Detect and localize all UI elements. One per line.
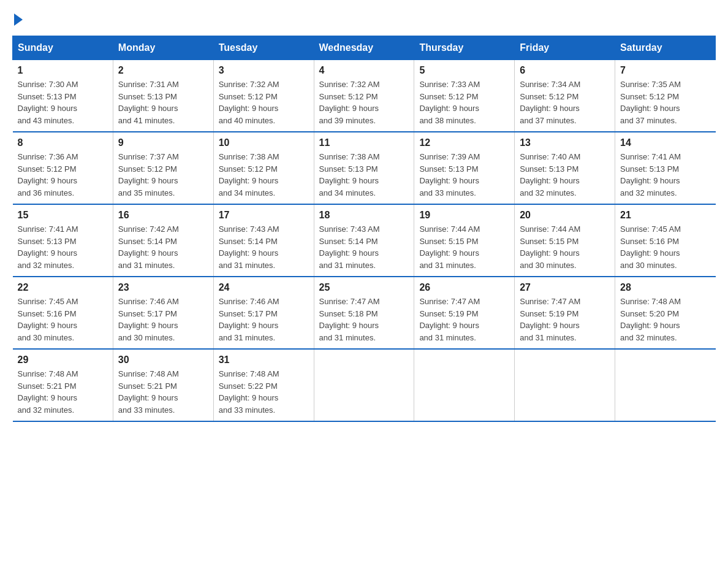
calendar-cell: 31 Sunrise: 7:48 AM Sunset: 5:22 PM Dayl…	[213, 349, 314, 421]
days-header-row: SundayMondayTuesdayWednesdayThursdayFrid…	[13, 36, 716, 60]
day-info: Sunrise: 7:35 AM Sunset: 5:12 PM Dayligh…	[620, 79, 710, 126]
day-header-friday: Friday	[515, 36, 615, 60]
day-number: 28	[620, 282, 710, 293]
week-row-3: 15 Sunrise: 7:41 AM Sunset: 5:13 PM Dayl…	[13, 204, 716, 277]
day-info: Sunrise: 7:48 AM Sunset: 5:21 PM Dayligh…	[118, 368, 208, 416]
calendar-cell: 6 Sunrise: 7:34 AM Sunset: 5:12 PM Dayli…	[515, 60, 615, 132]
day-info: Sunrise: 7:30 AM Sunset: 5:13 PM Dayligh…	[18, 79, 108, 126]
calendar-cell	[314, 349, 414, 421]
day-info: Sunrise: 7:37 AM Sunset: 5:12 PM Dayligh…	[118, 151, 208, 199]
day-number: 26	[419, 282, 509, 293]
day-info: Sunrise: 7:41 AM Sunset: 5:13 PM Dayligh…	[18, 223, 108, 271]
day-info: Sunrise: 7:45 AM Sunset: 5:16 PM Dayligh…	[18, 296, 108, 343]
day-number: 25	[319, 282, 409, 293]
calendar-cell: 30 Sunrise: 7:48 AM Sunset: 5:21 PM Dayl…	[113, 349, 213, 421]
day-number: 3	[219, 65, 309, 76]
day-info: Sunrise: 7:42 AM Sunset: 5:14 PM Dayligh…	[118, 223, 208, 271]
day-header-tuesday: Tuesday	[213, 36, 314, 60]
calendar-cell: 3 Sunrise: 7:32 AM Sunset: 5:12 PM Dayli…	[213, 60, 314, 132]
day-info: Sunrise: 7:46 AM Sunset: 5:17 PM Dayligh…	[219, 296, 309, 343]
day-info: Sunrise: 7:48 AM Sunset: 5:21 PM Dayligh…	[18, 368, 108, 416]
calendar-table: SundayMondayTuesdayWednesdayThursdayFrid…	[12, 36, 716, 422]
day-number: 10	[219, 137, 309, 148]
day-header-saturday: Saturday	[615, 36, 716, 60]
calendar-cell: 23 Sunrise: 7:46 AM Sunset: 5:17 PM Dayl…	[113, 277, 213, 349]
calendar-cell: 17 Sunrise: 7:43 AM Sunset: 5:14 PM Dayl…	[213, 204, 314, 277]
calendar-cell: 19 Sunrise: 7:44 AM Sunset: 5:15 PM Dayl…	[414, 204, 515, 277]
calendar-cell: 27 Sunrise: 7:47 AM Sunset: 5:19 PM Dayl…	[515, 277, 615, 349]
calendar-cell	[414, 349, 515, 421]
day-number: 11	[319, 137, 409, 148]
day-header-sunday: Sunday	[13, 36, 113, 60]
day-number: 22	[18, 282, 108, 293]
day-number: 6	[520, 65, 610, 76]
calendar-cell: 21 Sunrise: 7:45 AM Sunset: 5:16 PM Dayl…	[615, 204, 716, 277]
calendar-cell: 29 Sunrise: 7:48 AM Sunset: 5:21 PM Dayl…	[13, 349, 113, 421]
calendar-cell: 26 Sunrise: 7:47 AM Sunset: 5:19 PM Dayl…	[414, 277, 515, 349]
day-number: 13	[520, 137, 610, 148]
calendar-cell: 4 Sunrise: 7:32 AM Sunset: 5:12 PM Dayli…	[314, 60, 414, 132]
day-number: 29	[18, 354, 108, 366]
day-number: 24	[219, 282, 309, 293]
week-row-4: 22 Sunrise: 7:45 AM Sunset: 5:16 PM Dayl…	[13, 277, 716, 349]
calendar-cell: 16 Sunrise: 7:42 AM Sunset: 5:14 PM Dayl…	[113, 204, 213, 277]
day-info: Sunrise: 7:48 AM Sunset: 5:22 PM Dayligh…	[219, 368, 309, 416]
day-info: Sunrise: 7:44 AM Sunset: 5:15 PM Dayligh…	[520, 223, 610, 271]
day-header-thursday: Thursday	[414, 36, 515, 60]
calendar-cell: 12 Sunrise: 7:39 AM Sunset: 5:13 PM Dayl…	[414, 132, 515, 204]
calendar-cell: 10 Sunrise: 7:38 AM Sunset: 5:12 PM Dayl…	[213, 132, 314, 204]
day-info: Sunrise: 7:34 AM Sunset: 5:12 PM Dayligh…	[520, 79, 610, 126]
day-info: Sunrise: 7:43 AM Sunset: 5:14 PM Dayligh…	[319, 223, 409, 271]
logo	[12, 12, 23, 23]
day-number: 18	[319, 210, 409, 221]
calendar-cell: 28 Sunrise: 7:48 AM Sunset: 5:20 PM Dayl…	[615, 277, 716, 349]
day-info: Sunrise: 7:36 AM Sunset: 5:12 PM Dayligh…	[18, 151, 108, 199]
page-header	[12, 12, 716, 23]
day-number: 9	[118, 137, 208, 148]
day-info: Sunrise: 7:44 AM Sunset: 5:15 PM Dayligh…	[419, 223, 509, 271]
day-info: Sunrise: 7:33 AM Sunset: 5:12 PM Dayligh…	[419, 79, 509, 126]
day-number: 27	[520, 282, 610, 293]
day-info: Sunrise: 7:38 AM Sunset: 5:13 PM Dayligh…	[319, 151, 409, 199]
calendar-cell: 7 Sunrise: 7:35 AM Sunset: 5:12 PM Dayli…	[615, 60, 716, 132]
day-number: 30	[118, 354, 208, 366]
week-row-2: 8 Sunrise: 7:36 AM Sunset: 5:12 PM Dayli…	[13, 132, 716, 204]
calendar-cell: 18 Sunrise: 7:43 AM Sunset: 5:14 PM Dayl…	[314, 204, 414, 277]
day-info: Sunrise: 7:46 AM Sunset: 5:17 PM Dayligh…	[118, 296, 208, 343]
day-info: Sunrise: 7:45 AM Sunset: 5:16 PM Dayligh…	[620, 223, 710, 271]
day-number: 15	[18, 210, 108, 221]
calendar-cell: 15 Sunrise: 7:41 AM Sunset: 5:13 PM Dayl…	[13, 204, 113, 277]
day-number: 19	[419, 210, 509, 221]
day-number: 31	[219, 354, 309, 366]
day-info: Sunrise: 7:32 AM Sunset: 5:12 PM Dayligh…	[219, 79, 309, 126]
day-info: Sunrise: 7:38 AM Sunset: 5:12 PM Dayligh…	[219, 151, 309, 199]
day-info: Sunrise: 7:39 AM Sunset: 5:13 PM Dayligh…	[419, 151, 509, 199]
day-number: 12	[419, 137, 509, 148]
calendar-cell: 1 Sunrise: 7:30 AM Sunset: 5:13 PM Dayli…	[13, 60, 113, 132]
day-number: 1	[18, 65, 108, 76]
day-info: Sunrise: 7:41 AM Sunset: 5:13 PM Dayligh…	[620, 151, 710, 199]
calendar-cell: 25 Sunrise: 7:47 AM Sunset: 5:18 PM Dayl…	[314, 277, 414, 349]
calendar-cell: 8 Sunrise: 7:36 AM Sunset: 5:12 PM Dayli…	[13, 132, 113, 204]
logo-arrow-icon	[14, 13, 23, 26]
day-number: 21	[620, 210, 710, 221]
calendar-cell: 20 Sunrise: 7:44 AM Sunset: 5:15 PM Dayl…	[515, 204, 615, 277]
day-info: Sunrise: 7:43 AM Sunset: 5:14 PM Dayligh…	[219, 223, 309, 271]
calendar-cell	[615, 349, 716, 421]
calendar-cell	[515, 349, 615, 421]
day-number: 16	[118, 210, 208, 221]
day-number: 23	[118, 282, 208, 293]
week-row-5: 29 Sunrise: 7:48 AM Sunset: 5:21 PM Dayl…	[13, 349, 716, 421]
day-number: 20	[520, 210, 610, 221]
calendar-cell: 22 Sunrise: 7:45 AM Sunset: 5:16 PM Dayl…	[13, 277, 113, 349]
calendar-cell: 13 Sunrise: 7:40 AM Sunset: 5:13 PM Dayl…	[515, 132, 615, 204]
day-header-wednesday: Wednesday	[314, 36, 414, 60]
calendar-cell: 24 Sunrise: 7:46 AM Sunset: 5:17 PM Dayl…	[213, 277, 314, 349]
day-info: Sunrise: 7:40 AM Sunset: 5:13 PM Dayligh…	[520, 151, 610, 199]
day-info: Sunrise: 7:48 AM Sunset: 5:20 PM Dayligh…	[620, 296, 710, 343]
day-info: Sunrise: 7:32 AM Sunset: 5:12 PM Dayligh…	[319, 79, 409, 126]
day-info: Sunrise: 7:31 AM Sunset: 5:13 PM Dayligh…	[118, 79, 208, 126]
day-info: Sunrise: 7:47 AM Sunset: 5:19 PM Dayligh…	[520, 296, 610, 343]
calendar-cell: 14 Sunrise: 7:41 AM Sunset: 5:13 PM Dayl…	[615, 132, 716, 204]
calendar-cell: 11 Sunrise: 7:38 AM Sunset: 5:13 PM Dayl…	[314, 132, 414, 204]
